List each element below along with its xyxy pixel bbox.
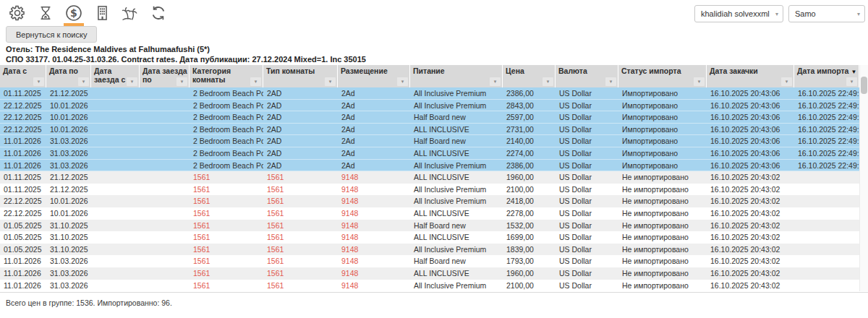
- column-header-room-type[interactable]: Тип комнаты▾: [263, 65, 338, 87]
- table-row[interactable]: 11.01.202631.03.20262 Bedroom Beach Pool…: [0, 135, 859, 147]
- palm-icon[interactable]: [119, 1, 142, 25]
- cell-placement: 9148: [338, 255, 410, 267]
- price-import-page: $: [0, 0, 868, 318]
- filter-icon[interactable]: ▾: [846, 77, 857, 86]
- filter-icon[interactable]: ▾: [490, 77, 501, 86]
- cell-room-type: 2AD: [263, 160, 338, 171]
- cell-currency: US Dollar: [556, 280, 618, 292]
- table-row[interactable]: 22.12.202510.01.20262 Bedroom Beach Pool…: [0, 124, 859, 136]
- scrollbar-thumb[interactable]: [861, 77, 867, 94]
- column-header-date-from[interactable]: Дата с▾: [0, 65, 46, 87]
- table-row[interactable]: 01.11.202521.12.2025156115619148ALL INCL…: [0, 171, 859, 184]
- filter-icon[interactable]: ▾: [542, 77, 553, 86]
- cell-placement: 9148: [338, 280, 410, 292]
- column-label: Статус импорта: [618, 65, 706, 75]
- cell-checkin-from: [91, 147, 140, 159]
- filter-icon[interactable]: ▾: [694, 77, 705, 86]
- cell-date-from: 22.12.2025: [0, 195, 46, 207]
- filter-icon[interactable]: ▾: [325, 77, 336, 86]
- table-row[interactable]: 11.01.202631.03.20262 Bedroom Beach Pool…: [0, 147, 859, 160]
- system-select[interactable]: Samo ▾: [788, 5, 865, 22]
- table-row[interactable]: 11.01.202631.03.2026156115619148All Incl…: [0, 280, 859, 292]
- table-row[interactable]: 01.05.202531.10.2025156115619148ALL INCL…: [0, 231, 859, 244]
- filter-icon[interactable]: ▾: [781, 77, 792, 86]
- cell-room-type: 1561: [263, 171, 338, 184]
- cell-room-category: 2 Bedroom Beach Pool Vi: [190, 147, 263, 159]
- table-row[interactable]: 11.01.202631.03.20262 Bedroom Beach Pool…: [0, 160, 859, 172]
- cell-date-from: 01.11.2025: [0, 184, 46, 196]
- cell-date-from: 01.11.2025: [0, 87, 46, 99]
- cell-checkin-to: [140, 87, 190, 99]
- cell-placement: 2Ad: [338, 147, 410, 159]
- dollar-icon[interactable]: $: [62, 1, 85, 25]
- column-header-meal[interactable]: Питание▾: [410, 65, 503, 87]
- cell-room-category: 1561: [190, 244, 263, 256]
- price-grid: Дата с▾Дата по▾Дата заезда с▾Дата заезда…: [0, 65, 868, 291]
- cell-room-category: 2 Bedroom Beach Pool Vi: [190, 135, 263, 147]
- cell-checkin-from: [91, 135, 140, 147]
- cell-import-status: Не импортировано: [618, 220, 707, 232]
- gear-icon[interactable]: [6, 1, 29, 25]
- cell-room-category: 1561: [190, 195, 263, 207]
- column-header-date-to[interactable]: Дата по▾: [46, 65, 91, 87]
- table-row[interactable]: 01.05.202531.10.2025156115619148Half Boa…: [0, 220, 859, 232]
- column-header-import-date[interactable]: Дата импорта▼▾: [794, 65, 859, 87]
- cell-download-date: 16.10.2025 20:43:06: [707, 135, 794, 147]
- cell-checkin-from: [91, 220, 140, 232]
- column-header-download-date[interactable]: Дата закачки▾: [707, 65, 794, 87]
- cell-placement: 9148: [338, 195, 410, 207]
- filter-icon[interactable]: ▾: [176, 77, 187, 86]
- table-row[interactable]: 22.12.202510.01.20262 Bedroom Beach Pool…: [0, 100, 859, 112]
- column-header-placement[interactable]: Размещение▾: [338, 65, 410, 87]
- filter-icon[interactable]: ▾: [33, 77, 44, 86]
- column-label: Тип комнаты: [263, 65, 337, 75]
- cell-checkin-to: [140, 244, 190, 256]
- table-row[interactable]: 11.01.202631.03.2026156115619148ALL INCL…: [0, 267, 859, 280]
- cell-download-date: 16.10.2025 20:43:02: [707, 267, 794, 280]
- filter-icon[interactable]: ▾: [127, 77, 137, 86]
- cell-import-date: [794, 231, 859, 244]
- filter-icon[interactable]: ▾: [605, 77, 616, 86]
- cell-date-from: 22.12.2025: [0, 100, 46, 111]
- filter-icon[interactable]: ▾: [397, 77, 408, 86]
- cell-placement: 2Ad: [338, 124, 410, 135]
- cell-price: 2418,00: [503, 195, 556, 207]
- cell-date-to: 31.03.2026: [46, 135, 91, 147]
- cell-download-date: 16.10.2025 20:43:02: [707, 184, 794, 196]
- table-row[interactable]: 22.12.202510.01.2026156115619148ALL INCL…: [0, 207, 859, 220]
- cell-price: 2386,00: [503, 87, 556, 99]
- column-header-price[interactable]: Цена▾: [503, 65, 556, 87]
- table-row[interactable]: 22.12.202510.01.2026156115619148All Incl…: [0, 195, 859, 207]
- column-header-checkin-to[interactable]: Дата заезда по▾: [140, 65, 190, 87]
- cell-date-from: 11.01.2026: [0, 267, 46, 280]
- table-row[interactable]: 01.11.202521.12.2025156115619148All Incl…: [0, 184, 859, 196]
- cell-import-date: 16.10.2025 22:49:19: [794, 160, 859, 171]
- cell-room-category: 2 Bedroom Beach Pool Vi: [190, 111, 263, 123]
- filter-icon[interactable]: ▾: [78, 77, 89, 86]
- table-row[interactable]: 01.05.202531.10.2025156115619148All Incl…: [0, 244, 859, 256]
- column-header-currency[interactable]: Валюта▾: [556, 65, 618, 87]
- cell-room-type: 1561: [263, 255, 338, 267]
- cell-meal: ALL INCLUSIVE: [410, 231, 503, 244]
- column-label: Дата по: [46, 65, 90, 75]
- building-icon[interactable]: [90, 1, 114, 25]
- vertical-scrollbar[interactable]: [859, 65, 868, 291]
- filter-icon[interactable]: ▾: [250, 77, 261, 86]
- operator-select[interactable]: khalidiah solvexxml ▾: [694, 5, 783, 22]
- refresh-icon[interactable]: [147, 1, 170, 25]
- cell-download-date: 16.10.2025 20:43:02: [707, 195, 794, 207]
- column-header-room-category[interactable]: Категория комнаты▾: [190, 65, 263, 87]
- cell-import-date: [794, 207, 859, 220]
- cell-import-date: 16.10.2025 22:49:19: [794, 111, 859, 123]
- table-row[interactable]: 01.11.202521.12.20252 Bedroom Beach Pool…: [0, 87, 859, 100]
- back-to-search-button[interactable]: Вернуться к поиску: [6, 26, 97, 43]
- table-row[interactable]: 11.01.202631.03.2026156115619148Half Boa…: [0, 255, 859, 267]
- cell-date-to: 21.12.2025: [46, 171, 91, 184]
- table-row[interactable]: 22.12.202510.01.20262 Bedroom Beach Pool…: [0, 111, 859, 124]
- cell-price: 2731,00: [503, 124, 556, 135]
- hourglass-icon[interactable]: [34, 1, 57, 25]
- column-header-import-status[interactable]: Статус импорта▾: [618, 65, 707, 87]
- column-header-checkin-from[interactable]: Дата заезда с▾: [91, 65, 140, 87]
- cell-placement: 9148: [338, 220, 410, 232]
- cell-checkin-to: [140, 195, 190, 207]
